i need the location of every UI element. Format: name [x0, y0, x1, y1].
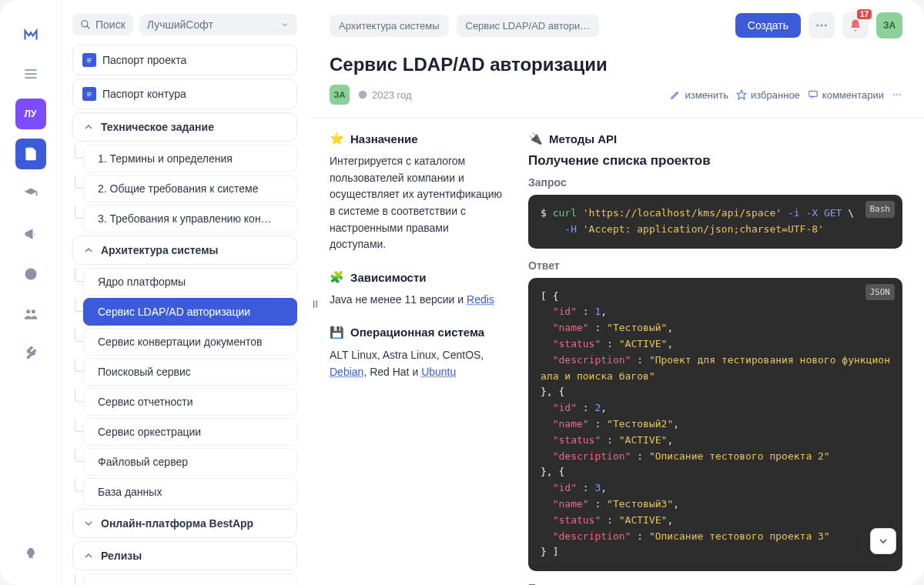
sidebar-item[interactable]: Сервис конвертации документов — [83, 328, 297, 356]
nav-tree: Паспорт проектаПаспорт контураТехническо… — [69, 42, 300, 585]
chevron-up-icon — [82, 550, 95, 562]
sidebar-item[interactable]: Сервис отчетности — [83, 388, 297, 416]
svg-point-6 — [82, 21, 88, 27]
sidebar-section[interactable]: Релиз v1.4 — [83, 573, 297, 585]
api-subhead: Получение списка проектов — [528, 153, 902, 169]
fields-label: Поля ответа — [528, 582, 902, 585]
topbar: Архитектура системы Сервис LDAP/AD автор… — [308, 0, 924, 45]
org-selector[interactable]: ЛучшийСофт — [139, 14, 297, 35]
disk-icon: 💾 — [330, 326, 344, 339]
plug-icon: 🔌 — [528, 132, 543, 145]
rail-rocket-icon[interactable] — [15, 539, 46, 570]
sidebar-item[interactable]: Ядро платформы — [83, 268, 297, 296]
svg-point-4 — [26, 309, 30, 313]
page-more-icon[interactable] — [892, 89, 902, 100]
create-button[interactable]: Создать — [735, 13, 801, 38]
svg-rect-9 — [87, 60, 92, 61]
sidebar-section[interactable]: Техническое задание — [72, 112, 297, 142]
response-label: Ответ — [528, 259, 902, 272]
section-os-body: ALT Linux, Astra Linux, CentOS, Debian, … — [330, 347, 507, 380]
svg-point-55 — [893, 94, 895, 95]
sidebar-item[interactable]: 3. Требования к управлению кон… — [83, 205, 297, 232]
search-input[interactable]: Поиск — [72, 14, 133, 35]
svg-rect-54 — [809, 91, 818, 96]
scroll-down-button[interactable] — [870, 528, 896, 554]
sidebar-section[interactable]: Архитектура системы — [72, 236, 297, 265]
chevron-down-icon — [82, 517, 95, 530]
code-block-request[interactable]: Bash $ curl 'https://localhost/kms/api/s… — [528, 195, 902, 249]
svg-line-7 — [87, 26, 90, 29]
rail-chart-icon[interactable] — [15, 259, 46, 289]
star-icon: ⭐ — [330, 132, 344, 145]
svg-rect-0 — [25, 69, 36, 71]
rail-documents-icon[interactable] — [15, 139, 46, 169]
deps-link-redis[interactable]: Redis — [467, 293, 494, 306]
edit-action[interactable]: изменить — [670, 89, 728, 101]
page-title: Сервис LDAP/AD авторизации — [330, 54, 902, 75]
comment-icon — [808, 89, 819, 100]
sidebar: Поиск ЛучшийСофт Паспорт проектаПаспорт … — [62, 0, 308, 585]
sidebar-item[interactable]: 2. Общие требования к системе — [83, 175, 297, 202]
chevron-down-icon — [280, 20, 290, 29]
svg-point-52 — [359, 91, 367, 99]
svg-marker-53 — [737, 90, 746, 99]
code-block-response[interactable]: JSON [ { "id" : 1, "name" : "Тестовый", … — [528, 278, 902, 572]
code-content: [ { "id" : 1, "name" : "Тестовый", "stat… — [541, 289, 890, 561]
section-api-head: 🔌Методы API — [528, 132, 902, 145]
rail-learning-icon[interactable] — [15, 179, 46, 209]
page-content: ⭐Назначение Интегрируется с каталогом по… — [308, 118, 924, 585]
request-label: Запрос — [528, 176, 902, 189]
code-lang-badge: JSON — [865, 284, 896, 301]
year-label: 2023 год — [357, 89, 412, 101]
favorite-action[interactable]: избранное — [736, 89, 800, 101]
svg-point-57 — [899, 94, 901, 95]
sidebar-item[interactable]: Сервис оркестрации — [83, 418, 297, 446]
sidebar-item[interactable]: Паспорт проекта — [72, 45, 297, 75]
clock-icon — [357, 89, 368, 100]
os-link-debian[interactable]: Debian — [330, 366, 363, 378]
sidebar-collapse-handle[interactable] — [308, 292, 323, 316]
code-content: $ curl 'https://localhost/kms/api/space'… — [541, 206, 890, 238]
main-area: Архитектура системы Сервис LDAP/AD автор… — [308, 0, 924, 585]
chevron-up-icon — [92, 581, 242, 585]
svg-point-5 — [31, 309, 35, 313]
page-header: Сервис LDAP/AD авторизации ЗА 2023 год и… — [308, 45, 924, 118]
breadcrumb[interactable]: Архитектура системы — [330, 15, 449, 37]
document-icon — [82, 87, 96, 101]
notification-badge: 17 — [857, 9, 872, 19]
sidebar-item[interactable]: 1. Термины и определения — [83, 145, 297, 172]
sidebar-section[interactable]: Онлайн-платформа BestApp — [72, 509, 297, 538]
nav-rail: ЛУ — [0, 0, 62, 585]
app-logo[interactable] — [15, 18, 46, 49]
sidebar-item[interactable]: База данных — [83, 478, 297, 506]
sidebar-item[interactable]: Файловый сервер — [83, 448, 297, 476]
search-label: Поиск — [95, 18, 126, 31]
section-purpose-body: Интегрируется с каталогом пользователей … — [330, 153, 507, 253]
svg-rect-1 — [25, 73, 36, 75]
sidebar-item[interactable]: Поисковый сервис — [83, 358, 297, 386]
rail-org-avatar[interactable]: ЛУ — [15, 99, 46, 129]
notifications-icon[interactable]: 17 — [842, 12, 869, 38]
user-avatar[interactable]: ЗА — [876, 12, 902, 38]
rail-settings-icon[interactable] — [15, 339, 46, 369]
star-icon — [736, 89, 747, 100]
sidebar-section[interactable]: Релизы — [72, 541, 297, 570]
section-purpose-head: ⭐Назначение — [330, 132, 507, 145]
org-label: ЛучшийСофт — [147, 18, 213, 31]
svg-point-51 — [825, 25, 827, 27]
rail-announce-icon[interactable] — [15, 219, 46, 249]
comments-action[interactable]: комментарии — [808, 89, 884, 101]
rail-menu-icon[interactable] — [15, 58, 46, 89]
more-icon[interactable] — [808, 12, 835, 38]
sidebar-item[interactable]: Сервис LDAP/AD авторизации — [83, 298, 297, 326]
pencil-icon — [670, 89, 681, 100]
os-link-ubuntu[interactable]: Ubuntu — [421, 366, 456, 378]
svg-rect-12 — [87, 94, 92, 95]
sidebar-item[interactable]: Паспорт контура — [72, 79, 297, 109]
author-avatar[interactable]: ЗА — [330, 85, 350, 105]
svg-rect-8 — [87, 58, 92, 59]
breadcrumb[interactable]: Сервис LDAP/AD автори… — [457, 15, 600, 37]
svg-rect-11 — [87, 92, 92, 93]
chevron-up-icon — [82, 244, 95, 256]
rail-users-icon[interactable] — [15, 299, 46, 329]
